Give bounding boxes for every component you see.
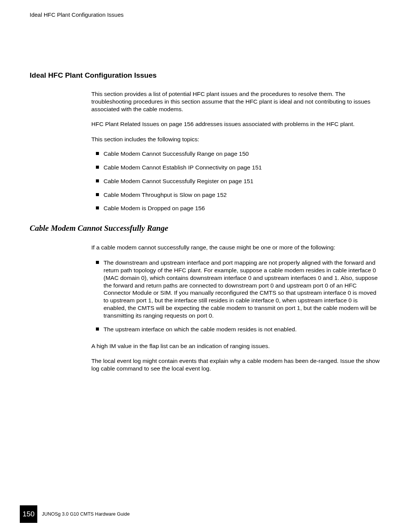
subsection-para-2: The local event log might contain events… <box>91 357 381 372</box>
list-item: Cable Modem Throughput is Slow on page 1… <box>91 191 381 199</box>
list-item: Cable Modem Cannot Successfully Register… <box>91 177 381 185</box>
subsection-body: If a cable modem cannot successfully ran… <box>91 244 381 372</box>
section-heading: Ideal HFC Plant Configuration Issues <box>30 71 381 80</box>
page-footer: 150 JUNOSg 3.0 G10 CMTS Hardware Guide <box>0 505 411 523</box>
page: Ideal HFC Plant Configuration Issues Ide… <box>0 0 411 532</box>
list-item: The downstream and upstream interface an… <box>91 259 381 320</box>
intro-paragraph-2: HFC Plant Related Issues on page 156 add… <box>91 120 381 128</box>
list-item: The upstream interface on which the cabl… <box>91 326 381 333</box>
running-header: Ideal HFC Plant Configuration Issues <box>30 11 381 18</box>
intro-paragraph-1: This section provides a list of potentia… <box>91 90 381 113</box>
list-item: Cable Modem is Dropped on page 156 <box>91 204 381 212</box>
section-body: This section provides a list of potentia… <box>91 90 381 212</box>
subsection-lead: If a cable modem cannot successfully ran… <box>91 244 381 251</box>
subsection-para-1: A high IM value in the flap list can be … <box>91 342 381 350</box>
topics-lead: This section includes the following topi… <box>91 136 381 143</box>
footer-book-title: JUNOSg 3.0 G10 CMTS Hardware Guide <box>42 511 130 517</box>
list-item: Cable Modem Cannot Establish IP Connecti… <box>91 164 381 171</box>
subsection-heading: Cable Modem Cannot Successfully Range <box>30 224 381 233</box>
list-item: Cable Modem Cannot Successfully Range on… <box>91 150 381 158</box>
topics-list: Cable Modem Cannot Successfully Range on… <box>91 150 381 212</box>
page-number-badge: 150 <box>20 505 37 523</box>
causes-list: The downstream and upstream interface an… <box>91 259 381 333</box>
